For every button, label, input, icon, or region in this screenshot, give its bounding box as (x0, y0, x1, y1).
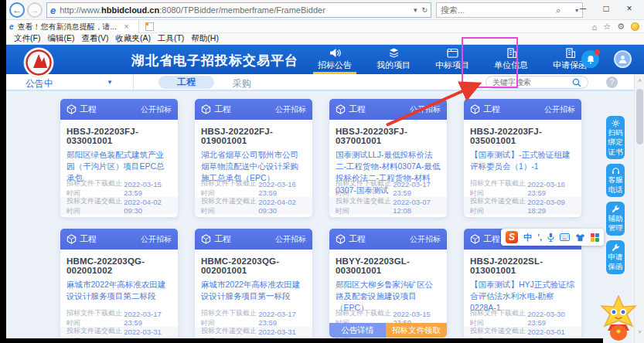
card-title[interactable]: 麻城市2022年高标准农田建设设计服务项目第二标段 (66, 279, 172, 302)
skin-tshirt-icon[interactable] (575, 233, 585, 242)
submit-value: 2022-04-02 09:30 (124, 198, 172, 215)
close-button[interactable]: × (618, 0, 641, 17)
bid-card[interactable]: 工程 公开招标 HBSJ-202202FJ-019001001 湖北省烟草公司鄂… (195, 99, 312, 217)
menu-file[interactable]: 文件(F) (14, 33, 40, 44)
plugin-smiley-icon[interactable] (631, 22, 639, 31)
minimize-button[interactable]: ─ (571, 0, 595, 17)
menu-tools[interactable]: 工具(T) (158, 33, 184, 44)
card-method-label: 公开招标 (275, 234, 306, 245)
download-value: 2022-03-16 23:59 (527, 180, 575, 197)
customer-service-phone-button[interactable]: 客服 电话 (606, 164, 625, 197)
address-bar[interactable]: e http://www.hbbidcloud.cn:8080/TPBidder… (46, 2, 431, 18)
browser-search-input[interactable] (441, 5, 541, 15)
nav-label: 我的项目 (377, 59, 411, 71)
settings-gear-icon[interactable]: ⚙ (617, 22, 625, 32)
url-text: http://www.hbbidcloud.cn:8080/TPBidder/m… (60, 5, 325, 15)
card-type-label: 工程 (214, 104, 231, 115)
auxiliary-management-button[interactable]: 辅助 管理 (606, 202, 625, 236)
card-dates: 招标文件下载截止时间 2022-03-16 23:59 投标文件递交截止时间 2… (464, 179, 581, 215)
ime-menu-icon[interactable] (591, 233, 599, 242)
bid-card[interactable]: 工程 公开招标 HBYY-202203GL-003001001 郧阳区大柳乡鲁家… (329, 229, 447, 343)
side-button-label: 绑定 (608, 138, 623, 146)
tab-close-icon[interactable]: × (124, 22, 129, 31)
receive-button[interactable]: 招标文件领取 (386, 323, 447, 338)
gear-icon (612, 119, 620, 127)
main-nav: 招标公告 我的项目 中标项目 (305, 45, 599, 74)
help-icon[interactable]: ? (606, 76, 618, 88)
cube-icon (336, 104, 346, 114)
speaker-icon (329, 48, 341, 58)
new-tab-button[interactable] (145, 22, 154, 31)
chevron-down-icon[interactable]: ▼ (107, 79, 113, 86)
scrollbar-thumb[interactable] (636, 89, 643, 144)
menu-favorites[interactable]: 收藏夹(A) (115, 33, 151, 44)
card-dates: 招标文件下载截止时间 2022-03-16 23:59 投标文件递交截止时间 2… (195, 179, 312, 215)
nav-item-bid-announcements[interactable]: 招标公告 (305, 45, 364, 74)
scroll-up-icon[interactable]: ˄ (635, 77, 644, 84)
favorites-icon[interactable]: ☆ (603, 22, 611, 32)
browser-toolbar: ← → e http://www.hbbidcloud.cn:8080/TPBi… (6, 0, 644, 20)
keyboard-icon[interactable] (560, 233, 570, 241)
sogou-logo-icon[interactable]: S (506, 231, 518, 243)
maximize-button[interactable]: □ (595, 0, 618, 17)
browser-tab[interactable]: e 查看！您有新消息提醒，请... × (6, 20, 139, 33)
forward-button[interactable]: → (27, 2, 43, 18)
bid-card[interactable]: 工程 公开招标 HBSJ-202202SL-013001001 【国泰测试】HY… (464, 229, 581, 343)
card-header: 工程 公开招标 (60, 229, 178, 250)
bid-card[interactable]: 工程 公开招标 HBSJ-202203FJ-037001001 国泰测试LLJ-… (329, 99, 447, 217)
url-dropdown-icon[interactable]: ▾ (414, 6, 417, 14)
card-method-label: 公开招标 (544, 104, 575, 115)
card-title[interactable]: 麻城市2022年高标准农田建设设计服务项目第一标段 (201, 279, 306, 302)
browser-search[interactable]: ⌕ ▾ (436, 2, 583, 18)
card-dates: 招标文件下载截止时间 2022-03-15 23:59 投标文件递交截止时间 2… (60, 179, 178, 215)
refresh-icon[interactable]: ↻ (421, 6, 428, 14)
search-icon[interactable]: ⌕ (556, 5, 561, 15)
card-type-label: 工程 (483, 104, 500, 115)
card-method-label: 公开招标 (275, 104, 306, 115)
card-method-label: 公开招标 (410, 104, 441, 115)
apply-guarantee-button[interactable]: 申请 保函 (606, 240, 625, 274)
cube-icon (66, 104, 77, 114)
card-type-label: 工程 (214, 233, 231, 245)
nav-item-my-projects[interactable]: 我的项目 (364, 45, 423, 74)
card-method-label: 公开招标 (141, 234, 172, 245)
site-logo (23, 47, 54, 78)
bid-card[interactable]: 工程 公开招标 HBSJ-202203FJ-035001001 【国泰测试】-正… (464, 99, 581, 217)
home-icon[interactable]: ⌂ (592, 22, 598, 32)
microphone-icon[interactable] (547, 233, 554, 242)
search-icon[interactable] (572, 78, 581, 87)
tab-bar: e 查看！您有新消息提醒，请... × ⌂ ☆ ⚙ (6, 20, 644, 33)
side-button-label: 辅助 (608, 214, 623, 222)
status-filter-dropdown[interactable]: 公告中 (26, 77, 53, 90)
card-code: HBSJ-202202SL-013001001 (470, 256, 575, 275)
card-footer: 公告详情 招标文件领取 (329, 323, 447, 338)
back-button[interactable]: ← (9, 2, 25, 18)
card-header: 工程 公开招标 (464, 99, 581, 120)
ime-punctuation[interactable]: ’, (537, 233, 542, 242)
annotation-highlight-box (462, 37, 518, 88)
tab-engineering[interactable]: 工程 (158, 76, 214, 89)
submit-label: 投标文件递交截止时间 (66, 196, 124, 216)
bid-card[interactable]: 工程 公开招标 HBMC-202203QG-002001001 麻城市2022年… (195, 229, 312, 343)
bid-card[interactable]: 工程 公开招标 HBMC-202203QG-002001002 麻城市2022年… (60, 229, 178, 343)
side-button-label: 证书 (608, 148, 623, 156)
notification-badge (595, 49, 600, 55)
notification-bell-icon[interactable] (581, 50, 599, 68)
menu-edit[interactable]: 编辑(E) (47, 33, 74, 44)
side-button-label: 扫码 (608, 128, 623, 137)
detail-button[interactable]: 公告详情 (329, 323, 386, 338)
bid-card[interactable]: 工程 公开招标 HBSJ-202203FJ-033001001 郧阳区绿色装配式… (60, 99, 178, 217)
card-type-label: 工程 (349, 233, 366, 245)
scan-bind-certificate-button[interactable]: 扫码 绑定 证书 (606, 116, 625, 159)
cube-icon (201, 104, 211, 114)
card-header: 工程 公开招标 (329, 99, 447, 120)
cube-icon (201, 234, 211, 244)
user-avatar[interactable] (614, 50, 632, 68)
menu-view[interactable]: 查看(V) (81, 33, 108, 44)
ime-toolbar: S 中 ’, (501, 229, 604, 246)
ime-mode-chinese[interactable]: 中 (523, 232, 532, 243)
star-mascot[interactable] (597, 295, 640, 343)
card-title[interactable]: 【国泰测试】-正式验证组建评标委员会（1）-1 (470, 149, 575, 172)
menu-help[interactable]: 帮助(H) (191, 33, 219, 44)
tab-procurement[interactable]: 采购 (233, 77, 251, 90)
